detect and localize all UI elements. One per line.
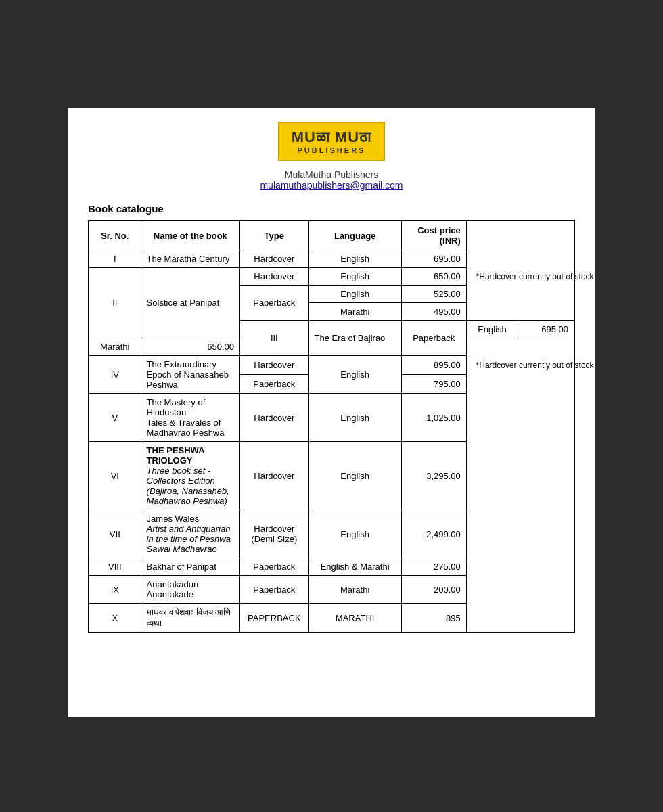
- cell-price: 275.00: [401, 558, 466, 576]
- cell-sr: IX: [89, 576, 141, 604]
- header-price: Cost price (INR): [401, 221, 466, 250]
- note-hardcover-1: *Hardcover currently out of stock: [470, 272, 594, 281]
- cell-sr: II: [89, 268, 141, 338]
- cell-price: 650.00: [141, 338, 239, 356]
- page-container: MUळा MUठा PUBLISHERS MulaMutha Publisher…: [0, 0, 663, 812]
- table-wrapper: Sr. No. Name of the book Type Language C…: [88, 220, 575, 633]
- cell-language: English: [308, 250, 401, 268]
- cell-type: Hardcover: [240, 356, 309, 375]
- cell-language: English: [308, 356, 401, 394]
- cell-language: English: [308, 442, 401, 510]
- cell-bookname: The Mastery of Hindustan Tales & Travale…: [141, 394, 239, 442]
- cell-price: 650.00 *Hardcover currently out of stock: [401, 268, 466, 286]
- cell-type: Paperback: [240, 286, 309, 321]
- logo-subtext: PUBLISHERS: [292, 146, 372, 154]
- cell-sr: VI: [89, 442, 141, 510]
- cell-sr: IV: [89, 356, 141, 394]
- cell-type: Hardcover: [240, 442, 309, 510]
- table-row: IX Anantakadun Anantakade Paperback Mara…: [89, 576, 574, 604]
- cell-language: English: [308, 286, 401, 303]
- cell-language: MARATHI: [308, 604, 401, 633]
- cell-bookname: The Era of Bajirao: [308, 321, 401, 356]
- white-content: MUळा MUठा PUBLISHERS MulaMutha Publisher…: [68, 108, 595, 717]
- header: MUळा MUठा PUBLISHERS MulaMutha Publisher…: [88, 122, 575, 191]
- cell-price: 200.00: [401, 576, 466, 604]
- catalogue-title: Book catalogue: [88, 203, 575, 215]
- cell-price: 525.00: [401, 286, 466, 303]
- cell-type: Paperback: [401, 321, 466, 356]
- cell-bookname: Solstice at Panipat: [141, 268, 239, 338]
- table-row: II Solstice at Panipat Hardcover English…: [89, 268, 574, 286]
- cell-type: Hardcover: [240, 268, 309, 286]
- cell-language: English: [466, 321, 518, 338]
- cell-sr: III: [240, 321, 309, 356]
- table-row: IV The Extraordinary Epoch of Nanasaheb …: [89, 356, 574, 375]
- table-row: V The Mastery of Hindustan Tales & Trava…: [89, 394, 574, 442]
- cell-bookname: The Extraordinary Epoch of Nanasaheb Pes…: [141, 356, 239, 394]
- cell-price: 895: [401, 604, 466, 633]
- cell-price: 495.00: [401, 303, 466, 321]
- cell-price: 795.00: [401, 375, 466, 394]
- cell-bookname: माधवराव पेशवाः विजय आणि व्यथा: [141, 604, 239, 633]
- cell-language: English: [308, 510, 401, 558]
- publisher-email[interactable]: mulamuthapublishers@gmail.com: [260, 180, 403, 191]
- cell-sr: I: [89, 250, 141, 268]
- cell-type: PAPERBACK: [240, 604, 309, 633]
- header-bookname: Name of the book: [141, 221, 239, 250]
- cell-language: Marathi: [308, 303, 401, 321]
- cell-price: 695.00: [401, 250, 466, 268]
- cell-type: Hardcover: [240, 394, 309, 442]
- cell-language: English: [308, 394, 401, 442]
- table-row: VIII Bakhar of Panipat Paperback English…: [89, 558, 574, 576]
- table-row: VI THE PESHWA TRIOLOGY Three book set - …: [89, 442, 574, 510]
- publisher-name: MulaMutha Publishers: [285, 169, 379, 180]
- note-hardcover-2: *Hardcover currently out of stock: [470, 361, 594, 370]
- cell-bookname: Bakhar of Panipat: [141, 558, 239, 576]
- cell-type: Paperback: [240, 558, 309, 576]
- cell-price: 2,499.00: [401, 510, 466, 558]
- cell-type: Paperback: [240, 576, 309, 604]
- cell-price: 695.00: [518, 321, 574, 338]
- cell-bookname: The Maratha Century: [141, 250, 239, 268]
- cell-sr: X: [89, 604, 141, 633]
- table-row: I The Maratha Century Hardcover English …: [89, 250, 574, 268]
- logo-text: MUळा MUठा: [292, 129, 372, 146]
- cell-bookname: James Wales Artist and Antiquarian in th…: [141, 510, 239, 558]
- cell-price: 1,025.00: [401, 394, 466, 442]
- cell-type: Paperback: [240, 375, 309, 394]
- cell-language: Marathi: [89, 338, 141, 356]
- header-type: Type: [240, 221, 309, 250]
- cell-type: Hardcover: [240, 250, 309, 268]
- book-catalogue-table: Sr. No. Name of the book Type Language C…: [88, 220, 575, 633]
- cell-type: Hardcover(Demi Size): [240, 510, 309, 558]
- cell-language: Marathi: [308, 576, 401, 604]
- cell-sr: VII: [89, 510, 141, 558]
- cell-sr: VIII: [89, 558, 141, 576]
- logo-box: MUळा MUठा PUBLISHERS: [278, 122, 386, 161]
- table-row: VII James Wales Artist and Antiquarian i…: [89, 510, 574, 558]
- cell-price: 3,295.00: [401, 442, 466, 510]
- cell-bookname: THE PESHWA TRIOLOGY Three book set - Col…: [141, 442, 239, 510]
- header-srno: Sr. No.: [89, 221, 141, 250]
- cell-language: English & Marathi: [308, 558, 401, 576]
- table-row: X माधवराव पेशवाः विजय आणि व्यथा PAPERBAC…: [89, 604, 574, 633]
- cell-sr: V: [89, 394, 141, 442]
- cell-language: English: [308, 268, 401, 286]
- cell-price: 895.00 *Hardcover currently out of stock: [401, 356, 466, 375]
- header-language: Language: [308, 221, 401, 250]
- cell-bookname: Anantakadun Anantakade: [141, 576, 239, 604]
